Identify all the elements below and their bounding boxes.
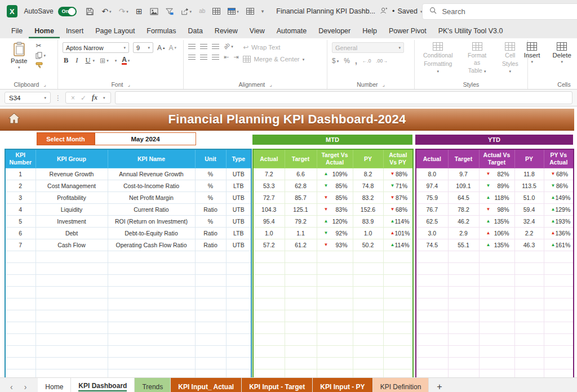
empty-cell[interactable] (5, 287, 35, 299)
document-title[interactable]: Financial Planning KPI Dashb... (276, 7, 375, 15)
merge-table-icon[interactable] (212, 8, 220, 15)
empty-cell[interactable] (416, 275, 448, 287)
empty-cell[interactable] (544, 275, 574, 287)
empty-cell[interactable] (514, 263, 544, 275)
save-status[interactable]: • Saved ▾ (392, 7, 422, 15)
cell[interactable]: % (195, 216, 226, 228)
add-sheet-button[interactable]: + (429, 378, 450, 392)
empty-cell[interactable] (317, 263, 353, 275)
sheet-tab-kpi-definition[interactable]: KPI Definition (373, 378, 429, 392)
decrease-indent-icon[interactable]: ⇤ (224, 54, 229, 61)
empty-cell[interactable] (479, 369, 514, 378)
cell[interactable]: 9.7 (448, 168, 479, 180)
empty-cell[interactable] (353, 369, 383, 378)
empty-cell[interactable] (5, 275, 35, 287)
cell[interactable]: 83.9 (353, 216, 383, 228)
alignment-dialog-launcher[interactable]: ⌟ (269, 82, 272, 87)
cut-button[interactable]: ✂ (35, 42, 46, 49)
empty-cell[interactable] (285, 275, 317, 287)
empty-cell[interactable] (195, 275, 226, 287)
tab-view[interactable]: View (244, 25, 270, 38)
cell[interactable]: 62.5 (416, 216, 448, 228)
search-input[interactable]: Search (422, 3, 577, 20)
redo-icon[interactable]: ↷▾ (119, 7, 128, 15)
format-as-table-button[interactable]: Format as Table ▾ (461, 41, 493, 74)
paste-button[interactable]: Paste ▾ (7, 41, 31, 70)
empty-cell[interactable] (479, 275, 514, 287)
empty-cell[interactable] (479, 358, 514, 369)
cell[interactable]: 79.2 (285, 216, 317, 228)
empty-cell[interactable] (253, 263, 285, 275)
tab-insert[interactable]: Insert (60, 25, 89, 38)
empty-cell[interactable] (317, 310, 353, 322)
cell[interactable]: 57.2 (253, 239, 285, 251)
empty-cell[interactable] (285, 334, 317, 346)
empty-cell[interactable] (253, 310, 285, 322)
empty-cell[interactable] (383, 346, 413, 358)
empty-cell[interactable] (448, 369, 479, 378)
empty-cell[interactable] (383, 263, 413, 275)
cell[interactable]: 61.2 (285, 239, 317, 251)
empty-cell[interactable] (226, 263, 251, 275)
cell[interactable]: ▼88% (383, 168, 413, 180)
empty-cell[interactable] (195, 346, 226, 358)
align-bottom-icon[interactable] (212, 44, 219, 49)
share-icon[interactable]: ▾ (181, 8, 192, 15)
comma-style-icon[interactable]: , (355, 56, 357, 65)
tab-formulas[interactable]: Formulas (141, 25, 181, 38)
empty-cell[interactable] (416, 287, 448, 299)
cancel-icon[interactable]: × (71, 94, 75, 102)
cell[interactable]: 95.4 (253, 216, 285, 228)
empty-cell[interactable] (383, 287, 413, 299)
italic-button[interactable]: I (74, 56, 79, 65)
fill-color-button[interactable]: ▾ (114, 59, 117, 63)
cell[interactable]: 50.2 (353, 239, 383, 251)
empty-cell[interactable] (285, 299, 317, 310)
empty-cell[interactable] (448, 322, 479, 334)
insert-cells-button[interactable]: Insert ▾ (520, 41, 544, 64)
cell[interactable]: 8.2 (353, 168, 383, 180)
empty-cell[interactable] (35, 369, 108, 378)
empty-cell[interactable] (285, 358, 317, 369)
number-format-select[interactable]: General▾ (332, 42, 404, 53)
empty-cell[interactable] (383, 358, 413, 369)
wrap-text-button[interactable]: ↩ Wrap Text (243, 43, 304, 51)
align-right-icon[interactable] (212, 55, 219, 60)
empty-cell[interactable] (544, 299, 574, 310)
empty-cell[interactable] (544, 322, 574, 334)
cell[interactable]: ▲101% (383, 228, 413, 239)
empty-cell[interactable] (544, 358, 574, 369)
empty-cell[interactable] (353, 310, 383, 322)
empty-cell[interactable] (317, 358, 353, 369)
cell[interactable]: 2 (5, 180, 35, 192)
cell[interactable]: 5 (5, 216, 35, 228)
cell[interactable]: 1 (5, 168, 35, 180)
sheet-tab-trends[interactable]: Trends (135, 378, 171, 392)
cell[interactable]: Ratio (195, 204, 226, 216)
empty-cell[interactable] (514, 275, 544, 287)
empty-cell[interactable] (5, 322, 35, 334)
empty-cell[interactable] (35, 251, 108, 263)
formula-input[interactable] (115, 91, 572, 104)
empty-cell[interactable] (5, 310, 35, 322)
number-dialog-launcher[interactable]: ⌟ (383, 82, 385, 87)
empty-cell[interactable] (317, 275, 353, 287)
empty-cell[interactable] (317, 251, 353, 263)
cell[interactable]: 2.9 (448, 228, 479, 239)
cell[interactable]: 59.4 (514, 204, 544, 216)
font-name-select[interactable]: Aptos Narrow▾ (63, 42, 129, 53)
empty-cell[interactable] (35, 334, 108, 346)
cell[interactable]: ▼85% (317, 192, 353, 204)
empty-cell[interactable] (317, 334, 353, 346)
empty-cell[interactable] (416, 334, 448, 346)
cell[interactable]: 51.0 (514, 192, 544, 204)
empty-cell[interactable] (285, 287, 317, 299)
empty-cell[interactable] (253, 251, 285, 263)
empty-cell[interactable] (195, 322, 226, 334)
cell[interactable]: UTB (226, 239, 251, 251)
cell[interactable]: ▲193% (544, 216, 574, 228)
merge-center-button[interactable]: Merge & Center ▾ (243, 56, 304, 63)
cell[interactable]: 53.3 (253, 180, 285, 192)
empty-cell[interactable] (416, 322, 448, 334)
clipboard-dialog-launcher[interactable]: ⌟ (43, 82, 46, 87)
